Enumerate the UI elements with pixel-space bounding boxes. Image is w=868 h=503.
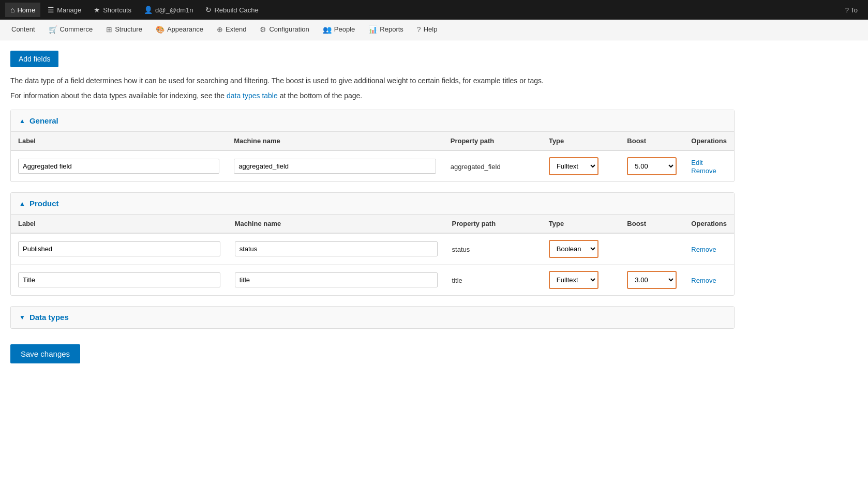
- product-col-boost: Boost: [620, 215, 684, 233]
- machine-name-input[interactable]: [235, 272, 438, 287]
- manage-label: Manage: [57, 6, 81, 14]
- label-input[interactable]: [18, 241, 220, 256]
- general-field-table: Label Machine name Property path Type Bo…: [11, 132, 734, 181]
- tooltip-item[interactable]: ? To: [840, 3, 863, 17]
- data-types-section-title: Data types: [29, 313, 69, 322]
- type-select[interactable]: FulltextIntegerDecimalDateDurationBoolea…: [550, 241, 597, 256]
- data-types-link[interactable]: data types table: [227, 92, 278, 100]
- remove-link[interactable]: Remove: [691, 167, 716, 175]
- machine-name-input[interactable]: [234, 159, 436, 174]
- content-label: Content: [11, 25, 35, 33]
- desc2-prefix: For information about the data types ava…: [10, 92, 227, 100]
- structure-icon: ⊞: [106, 25, 112, 34]
- property-path: title: [452, 277, 462, 284]
- extend-label: Extend: [226, 25, 246, 33]
- appearance-icon: 🎨: [156, 25, 164, 34]
- shortcuts-nav-item[interactable]: ★ Shortcuts: [88, 3, 137, 17]
- machine-name-input[interactable]: [235, 241, 438, 256]
- content-nav-item[interactable]: Content: [5, 21, 41, 38]
- description-1: The data type of a field determines how …: [10, 75, 735, 86]
- remove-link[interactable]: Remove: [691, 246, 716, 253]
- product-chevron-icon: ▲: [19, 200, 25, 207]
- general-chevron-icon: ▲: [19, 117, 25, 125]
- product-col-label: Label: [11, 215, 228, 233]
- edit-link[interactable]: Edit: [691, 159, 702, 166]
- shortcuts-label: Shortcuts: [103, 6, 131, 14]
- boost-select[interactable]: 1.002.003.004.005.006.007.008.009.0010.0…: [628, 272, 675, 287]
- reports-nav-item[interactable]: 📊 Reports: [362, 21, 410, 39]
- data-types-section: ▼ Data types: [10, 306, 735, 329]
- structure-nav-item[interactable]: ⊞ Structure: [100, 21, 148, 39]
- star-icon: ★: [94, 6, 100, 14]
- extend-icon: ⊕: [217, 25, 223, 34]
- type-select[interactable]: FulltextIntegerDecimalDateDurationBoolea…: [550, 159, 597, 174]
- people-nav-item[interactable]: 👥 People: [317, 21, 361, 39]
- type-select-wrapper: FulltextIntegerDecimalDateDurationBoolea…: [549, 240, 598, 258]
- general-col-machine: Machine name: [227, 132, 443, 150]
- general-col-ops: Operations: [684, 132, 734, 150]
- extend-nav-item[interactable]: ⊕ Extend: [211, 21, 252, 39]
- help-nav-item[interactable]: ? Help: [411, 21, 444, 39]
- boost-select-wrapper: 1.002.003.004.005.006.007.008.009.0010.0…: [627, 271, 677, 289]
- boost-select-wrapper: 1.002.003.004.005.006.007.008.009.0010.0…: [627, 157, 677, 175]
- people-label: People: [334, 25, 355, 33]
- general-section-title: General: [29, 116, 58, 125]
- product-section-header[interactable]: ▲ Product: [11, 193, 734, 215]
- user-icon: 👤: [144, 6, 153, 14]
- general-col-label: Label: [11, 132, 227, 150]
- table-row: aggregated_field FulltextIntegerDecimalD…: [11, 150, 734, 181]
- type-select-wrapper: FulltextIntegerDecimalDateDurationBoolea…: [549, 271, 598, 289]
- configuration-nav-item[interactable]: ⚙ Configuration: [253, 21, 315, 39]
- product-col-ops: Operations: [684, 215, 734, 233]
- people-icon: 👥: [323, 25, 332, 34]
- rebuild-cache-nav-item[interactable]: ↻ Rebuild Cache: [200, 3, 263, 17]
- boost-select[interactable]: 1.002.003.004.005.006.007.008.009.0010.0…: [628, 159, 675, 174]
- product-field-table: Label Machine name Property path Type Bo…: [11, 215, 734, 295]
- appearance-label: Appearance: [167, 25, 203, 33]
- product-col-machine: Machine name: [228, 215, 445, 233]
- configuration-label: Configuration: [269, 25, 309, 33]
- general-section-header[interactable]: ▲ General: [11, 110, 734, 132]
- manage-icon: ☰: [48, 6, 54, 14]
- tooltip-label: To: [850, 6, 858, 14]
- data-types-chevron-icon: ▼: [19, 314, 25, 321]
- commerce-label: Commerce: [60, 25, 93, 33]
- user-label: d@_@dm1n: [155, 6, 193, 14]
- product-table-header: Label Machine name Property path Type Bo…: [11, 215, 734, 233]
- type-select[interactable]: FulltextIntegerDecimalDateDurationBoolea…: [550, 272, 597, 287]
- home-label: Home: [17, 6, 35, 14]
- help-label: Help: [424, 25, 438, 33]
- top-navigation: ⌂ Home ☰ Manage ★ Shortcuts 👤 d@_@dm1n ↻…: [0, 0, 868, 20]
- commerce-nav-item[interactable]: 🛒 Commerce: [42, 21, 99, 39]
- configuration-icon: ⚙: [260, 25, 266, 34]
- home-icon: ⌂: [10, 6, 14, 14]
- add-fields-button[interactable]: Add fields: [10, 51, 58, 67]
- secondary-navigation: Content 🛒 Commerce ⊞ Structure 🎨 Appeara…: [0, 20, 868, 40]
- save-changes-button[interactable]: Save changes: [10, 344, 80, 363]
- general-section: ▲ General Label Machine name Property pa…: [10, 110, 735, 182]
- appearance-nav-item[interactable]: 🎨 Appearance: [149, 21, 209, 39]
- general-col-boost: Boost: [620, 132, 684, 150]
- data-types-section-header[interactable]: ▼ Data types: [11, 307, 734, 328]
- rebuild-label: Rebuild Cache: [214, 6, 258, 14]
- remove-link[interactable]: Remove: [691, 277, 716, 284]
- product-section: ▲ Product Label Machine name Property pa…: [10, 192, 735, 296]
- desc2-suffix: at the bottom of the page.: [278, 92, 362, 100]
- type-select-wrapper: FulltextIntegerDecimalDateDurationBoolea…: [549, 157, 598, 175]
- home-nav-item[interactable]: ⌂ Home: [5, 3, 40, 17]
- main-content: Add fields The data type of a field dete…: [0, 40, 745, 374]
- description-2: For information about the data types ava…: [10, 90, 735, 101]
- user-nav-item[interactable]: 👤 d@_@dm1n: [139, 3, 198, 17]
- question-icon: ?: [845, 6, 849, 14]
- help-icon: ?: [417, 25, 421, 34]
- general-table-header: Label Machine name Property path Type Bo…: [11, 132, 734, 150]
- reports-icon: 📊: [368, 25, 377, 34]
- label-input[interactable]: [18, 272, 220, 287]
- manage-nav-item[interactable]: ☰ Manage: [42, 3, 86, 17]
- product-section-title: Product: [29, 199, 59, 208]
- property-path: status: [452, 246, 470, 253]
- label-input[interactable]: [18, 159, 219, 174]
- structure-label: Structure: [115, 25, 142, 33]
- rebuild-icon: ↻: [205, 6, 212, 14]
- table-row: title FulltextIntegerDecimalDateDuration…: [11, 265, 734, 296]
